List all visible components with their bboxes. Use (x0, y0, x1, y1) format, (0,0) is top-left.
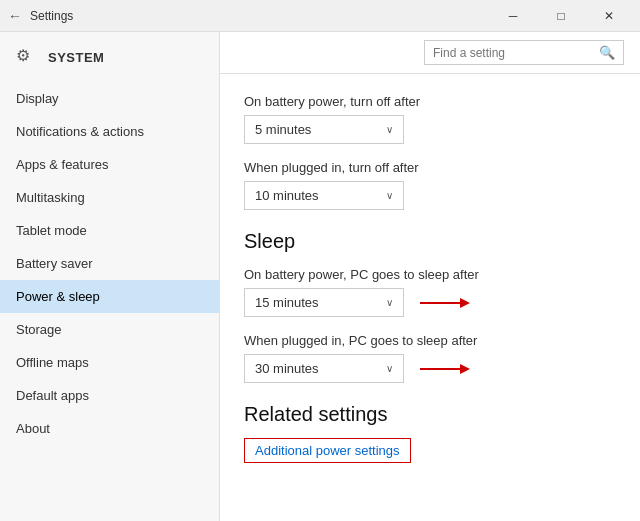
back-button[interactable]: ← (8, 8, 22, 24)
plugged-turn-off-value: 10 minutes (255, 188, 319, 203)
chevron-down-icon-3: ∨ (386, 297, 393, 308)
sidebar-header: ⚙ SYSTEM (0, 32, 219, 82)
plugged-turn-off-label: When plugged in, turn off after (244, 160, 608, 175)
svg-marker-1 (460, 298, 470, 308)
search-bar: 🔍 (220, 32, 640, 74)
sidebar-system-label: SYSTEM (48, 50, 104, 65)
plugged-turn-off-section: When plugged in, turn off after 10 minut… (244, 160, 608, 210)
minimize-button[interactable]: ─ (490, 0, 536, 32)
chevron-down-icon-4: ∨ (386, 363, 393, 374)
svg-marker-3 (460, 364, 470, 374)
sidebar-item-about[interactable]: About (0, 412, 219, 445)
sidebar-item-offline[interactable]: Offline maps (0, 346, 219, 379)
arrow-indicator-1 (420, 293, 470, 313)
gear-icon: ⚙ (16, 46, 38, 68)
window-controls: ─ □ ✕ (490, 0, 632, 32)
chevron-down-icon: ∨ (386, 124, 393, 135)
battery-sleep-section: On battery power, PC goes to sleep after… (244, 267, 608, 317)
content-scroll: On battery power, turn off after 5 minut… (220, 74, 640, 521)
plugged-sleep-value: 30 minutes (255, 361, 319, 376)
search-icon: 🔍 (599, 45, 615, 60)
search-wrap[interactable]: 🔍 (424, 40, 624, 65)
plugged-sleep-dropdown[interactable]: 30 minutes ∨ (244, 354, 404, 383)
content-area: 🔍 On battery power, turn off after 5 min… (220, 32, 640, 521)
plugged-sleep-row: 30 minutes ∨ (244, 354, 608, 383)
chevron-down-icon-2: ∨ (386, 190, 393, 201)
maximize-button[interactable]: □ (538, 0, 584, 32)
battery-turn-off-label: On battery power, turn off after (244, 94, 608, 109)
battery-turn-off-value: 5 minutes (255, 122, 311, 137)
additional-power-settings-link[interactable]: Additional power settings (244, 438, 411, 463)
sidebar: ⚙ SYSTEM Display Notifications & actions… (0, 32, 220, 521)
arrow-indicator-2 (420, 359, 470, 379)
related-section-title: Related settings (244, 403, 608, 426)
red-arrow-svg-2 (420, 359, 470, 379)
close-button[interactable]: ✕ (586, 0, 632, 32)
sidebar-item-display[interactable]: Display (0, 82, 219, 115)
sidebar-item-notifications[interactable]: Notifications & actions (0, 115, 219, 148)
sidebar-item-default[interactable]: Default apps (0, 379, 219, 412)
sidebar-item-storage[interactable]: Storage (0, 313, 219, 346)
sidebar-item-apps[interactable]: Apps & features (0, 148, 219, 181)
sidebar-item-tablet[interactable]: Tablet mode (0, 214, 219, 247)
search-input[interactable] (433, 46, 599, 60)
title-bar-title: Settings (30, 9, 490, 23)
plugged-sleep-section: When plugged in, PC goes to sleep after … (244, 333, 608, 383)
title-bar: ← Settings ─ □ ✕ (0, 0, 640, 32)
sidebar-nav: Display Notifications & actions Apps & f… (0, 82, 219, 445)
battery-turn-off-section: On battery power, turn off after 5 minut… (244, 94, 608, 144)
sidebar-item-battery[interactable]: Battery saver (0, 247, 219, 280)
app-body: ⚙ SYSTEM Display Notifications & actions… (0, 32, 640, 521)
red-arrow-svg-1 (420, 293, 470, 313)
sidebar-item-multitasking[interactable]: Multitasking (0, 181, 219, 214)
plugged-sleep-label: When plugged in, PC goes to sleep after (244, 333, 608, 348)
battery-sleep-row: 15 minutes ∨ (244, 288, 608, 317)
sleep-section-title: Sleep (244, 230, 608, 253)
plugged-turn-off-dropdown[interactable]: 10 minutes ∨ (244, 181, 404, 210)
battery-sleep-label: On battery power, PC goes to sleep after (244, 267, 608, 282)
sidebar-item-power[interactable]: Power & sleep (0, 280, 219, 313)
battery-sleep-dropdown[interactable]: 15 minutes ∨ (244, 288, 404, 317)
battery-sleep-value: 15 minutes (255, 295, 319, 310)
battery-turn-off-dropdown[interactable]: 5 minutes ∨ (244, 115, 404, 144)
